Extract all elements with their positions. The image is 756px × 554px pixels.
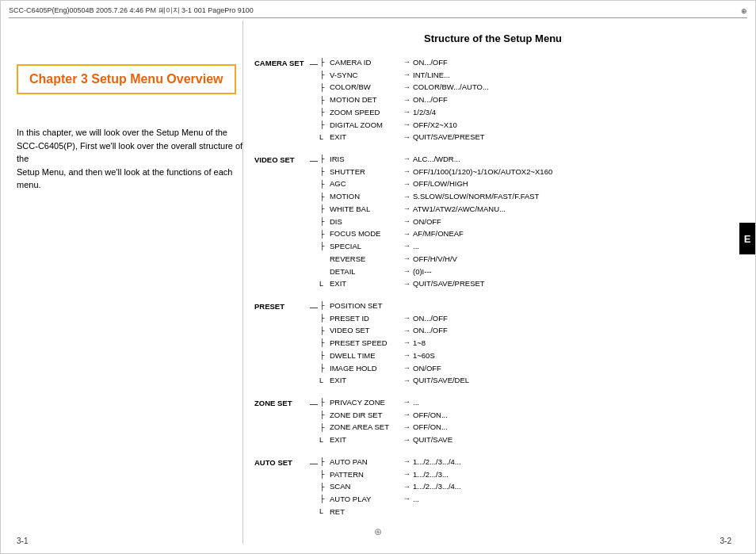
branch-line: ├ <box>319 229 329 240</box>
item-name: VIDEO SET <box>330 325 401 337</box>
arrow-icon: → <box>403 469 410 480</box>
item-value: 1.../2.../3... <box>413 469 449 481</box>
item-value: 1~8 <box>413 338 426 350</box>
item-name: SPECIAL <box>330 241 401 253</box>
menu-item-row: DETAIL→(0)I--- <box>319 266 552 278</box>
item-name: COLOR/BW <box>330 82 401 94</box>
branch-line: ├ <box>319 179 329 190</box>
branch-line: ├ <box>319 422 329 434</box>
item-value: COLOR/BW.../AUTO... <box>413 82 489 94</box>
item-name: EXIT <box>330 375 401 387</box>
item-name: SCAN <box>330 481 401 493</box>
arrow-icon: → <box>403 266 410 277</box>
branch-line: L <box>319 506 329 518</box>
arrow-icon: → <box>403 192 410 203</box>
branch-line: ├ <box>319 95 329 106</box>
branch-line: ├ <box>319 338 329 349</box>
arrow-icon: → <box>403 254 410 265</box>
menu-group-zone-set: ZONE SET—├ PRIVACY ZONE→...├ ZONE DIR SE… <box>254 397 731 447</box>
item-name: POSITION SET <box>330 300 401 312</box>
item-name: PRESET SPEED <box>330 338 401 350</box>
group-label: CAMERA SET <box>254 57 310 70</box>
item-value: ON.../OFF <box>413 313 448 325</box>
item-value: ON.../OFF <box>413 94 448 106</box>
item-value: OFF/1/100(1/120)~1/1OK/AUTOX2~X160 <box>413 166 552 178</box>
side-tab-e: E <box>739 223 755 254</box>
branch-line: ├ <box>319 326 329 337</box>
branch-line: ├ <box>319 192 329 203</box>
page-num-left: 3-1 <box>17 537 28 545</box>
menu-item-row: L EXIT→QUIT/SAVE/PRESET <box>319 278 552 290</box>
item-value: (0)I--- <box>413 266 432 278</box>
branch-line: ├ <box>319 216 329 227</box>
crosshair-top-right: ⊕ <box>741 7 747 15</box>
arrow-icon: → <box>403 397 410 408</box>
menu-group-auto-set: AUTO SET—├ AUTO PAN→1.../2.../3.../4...├… <box>254 457 731 519</box>
menu-item-row: ├ AUTO PAN→1.../2.../3.../4... <box>319 457 461 468</box>
header-text: SCC-C6405P(Eng)00504B 2005.7.26 4:46 PM … <box>9 6 254 16</box>
arrow-icon: → <box>403 95 410 106</box>
item-value: OFF/LOW/HIGH <box>413 178 468 190</box>
menu-item-row: ├ PRIVACY ZONE→... <box>319 397 452 409</box>
item-value: 1.../2.../3.../4... <box>413 481 461 493</box>
arrow-icon: → <box>403 435 410 446</box>
item-value: QUIT/SAVE/DEL <box>413 375 469 387</box>
branch-line: L <box>319 435 329 446</box>
group-label: ZONE SET <box>254 397 310 410</box>
item-value: QUIT/SAVE/PRESET <box>413 278 485 290</box>
menu-item-row: ├ AGC→OFF/LOW/HIGH <box>319 178 552 190</box>
item-name: IMAGE HOLD <box>330 363 401 375</box>
right-section: Structure of the Setup Menu CAMERA SET—├… <box>254 25 731 528</box>
branch-line: ├ <box>319 70 329 81</box>
menu-item-row: ├ POSITION SET <box>319 300 469 312</box>
arrow-icon: → <box>403 338 410 349</box>
arrow-icon: → <box>403 457 410 468</box>
item-name: REVERSE <box>330 254 401 266</box>
menu-item-row: ├ DIGITAL ZOOM→OFF/X2~X10 <box>319 120 489 132</box>
item-value: ON/OFF <box>413 363 441 375</box>
item-name: MOTION DET <box>330 94 401 106</box>
branch-line: ├ <box>319 397 329 408</box>
branch-line: ├ <box>319 494 329 505</box>
arrow-icon: → <box>403 229 410 240</box>
menu-item-row: ├ AUTO PLAY→... <box>319 494 461 506</box>
menu-item-row: ├ DWELL TIME→1~60S <box>319 350 469 362</box>
arrow-icon: → <box>403 57 410 68</box>
branch-line: ├ <box>319 82 329 94</box>
branch-line: ├ <box>319 57 329 68</box>
item-name: DETAIL <box>330 266 401 278</box>
arrow-icon: → <box>403 132 410 143</box>
item-value: ALC.../WDR... <box>413 154 460 166</box>
items-container: ├ CAMERA ID→ON.../OFF├ V-SYNC→INT/LINE..… <box>319 57 489 144</box>
branch-line: ├ <box>319 107 329 118</box>
item-value: OFF/ON... <box>413 422 448 434</box>
desc-line3: Setup Menu, and then we'll look at the f… <box>17 166 246 192</box>
menu-item-row: ├ IRIS→ALC.../WDR... <box>319 154 552 166</box>
menu-item-row: ├ SHUTTER→OFF/1/100(1/120)~1/1OK/AUTOX2~… <box>319 166 552 178</box>
branch-line: ├ <box>319 482 329 493</box>
menu-item-row: ├ PRESET ID→ON.../OFF <box>319 313 469 325</box>
crosshair-bottom: ⊕ <box>374 526 382 537</box>
branch-line: L <box>319 279 329 290</box>
item-value: 1/2/3/4 <box>413 107 436 119</box>
branch-line: ├ <box>319 313 329 324</box>
menu-item-row: L EXIT→QUIT/SAVE <box>319 434 452 446</box>
item-name: RET <box>330 506 401 518</box>
item-name: ZONE AREA SET <box>330 422 401 434</box>
chapter-title: Chapter 3 Setup Menu Overview <box>29 72 223 86</box>
menu-group-camera-set: CAMERA SET—├ CAMERA ID→ON.../OFF├ V-SYNC… <box>254 57 731 144</box>
item-name: IRIS <box>330 154 401 166</box>
items-container: ├ AUTO PAN→1.../2.../3.../4...├ PATTERN→… <box>319 457 461 519</box>
item-value: 1.../2.../3.../4... <box>413 457 461 468</box>
menu-group-video-set: VIDEO SET—├ IRIS→ALC.../WDR...├ SHUTTER→… <box>254 154 731 291</box>
menu-item-row: REVERSE→OFF/H/V/H/V <box>319 254 552 266</box>
menu-item-row: L RET <box>319 506 461 518</box>
top-header: SCC-C6405P(Eng)00504B 2005.7.26 4:46 PM … <box>9 6 747 18</box>
menu-item-row: ├ SCAN→1.../2.../3.../4... <box>319 481 461 493</box>
menu-item-row: ├ COLOR/BW→COLOR/BW.../AUTO... <box>319 82 489 94</box>
arrow-icon: → <box>403 376 410 387</box>
structure-title: Structure of the Setup Menu <box>254 32 731 44</box>
item-name: EXIT <box>330 132 401 143</box>
item-value: ON.../OFF <box>413 57 448 69</box>
branch-line: ├ <box>319 166 329 178</box>
